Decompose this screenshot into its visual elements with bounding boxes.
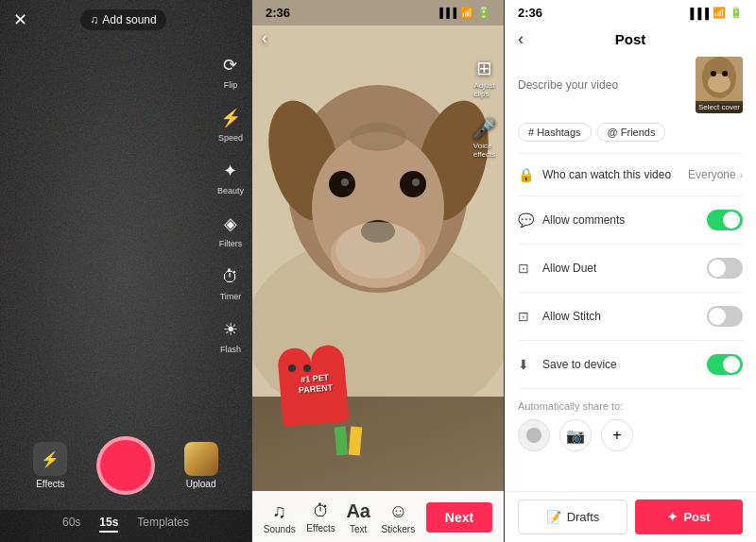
instagram-icon: 📷 [566, 427, 585, 445]
share-icons-row: 📷 + [518, 419, 743, 451]
battery-icon: 🔋 [477, 7, 490, 19]
upload-button[interactable]: Upload [184, 442, 218, 489]
allow-comments-label: Allow comments [542, 213, 625, 227]
next-button[interactable]: Next [426, 502, 492, 533]
preview-back-button[interactable]: ‹ [262, 28, 267, 48]
camera-header: ✕ ♫ Add sound [0, 0, 251, 40]
voice-effects-tool[interactable]: 🎤 Voiceeffects [472, 117, 496, 159]
post-wifi-icon: 📶 [713, 7, 726, 19]
voice-effects-label: Voiceeffects [473, 142, 495, 159]
friends-chip[interactable]: @ Friends [597, 123, 666, 142]
mode-60s[interactable]: 60s [62, 516, 80, 533]
post-battery-icon: 🔋 [730, 7, 743, 19]
stickers-tool[interactable]: ☺ Stickers [382, 500, 416, 534]
post-header: ‹ Post [505, 25, 756, 57]
post-status-bar: 2:36 ▐▐▐ 📶 🔋 [505, 0, 756, 25]
allow-stitch-left: ⊡ Allow Stitch [518, 309, 601, 324]
share-add-icon[interactable]: + [601, 419, 633, 451]
plus-icon: + [612, 427, 621, 444]
duet-icon: ⊡ [518, 261, 535, 276]
save-to-device-label: Save to device [542, 358, 617, 371]
effects-bottom-label: Effects [306, 523, 335, 534]
filters-label: Filters [219, 239, 243, 248]
preview-panel: 2:36 ▐▐▐ 📶 🔋 ‹ ⊞ Adjustclips 🎤 Voiceeffe… [252, 0, 505, 542]
beauty-icon: ✦ [217, 158, 244, 184]
divider-3 [518, 244, 743, 245]
allow-duet-toggle[interactable] [707, 258, 743, 279]
shutter-button[interactable] [96, 436, 155, 495]
camera-bottom: ⚡ Effects Upload 60s 15s Templates [0, 427, 251, 542]
effects-tool[interactable]: ⏱ Effects [306, 501, 335, 534]
filters-tool[interactable]: ◈ Filters [217, 211, 244, 248]
stickers-label: Stickers [382, 524, 416, 534]
everyone-label: Everyone [688, 168, 736, 181]
upload-icon [184, 442, 218, 476]
post-back-button[interactable]: ‹ [518, 29, 524, 49]
text-tool[interactable]: Aa Text [346, 500, 370, 534]
toggle-knob-stitch [709, 308, 726, 325]
save-to-device-toggle[interactable] [707, 354, 743, 375]
download-icon: ⬇ [518, 357, 535, 372]
divider-1 [518, 153, 743, 154]
divider-2 [518, 195, 743, 196]
flip-icon: ⟳ [217, 52, 244, 78]
allow-duet-row: ⊡ Allow Duet [518, 248, 743, 288]
effects-label: Effects [36, 479, 64, 489]
toggle-knob [723, 212, 740, 229]
hashtags-chip[interactable]: # Hashtags [518, 123, 592, 142]
post-button[interactable]: ✦ Post [635, 500, 743, 534]
adjust-clips-tool[interactable]: ⊞ Adjustclips [473, 57, 494, 98]
svg-point-11 [412, 178, 420, 186]
camera-controls: ⚡ Effects Upload [0, 427, 251, 510]
upload-label: Upload [186, 479, 216, 489]
post-title: Post [615, 31, 646, 47]
share-circle-icon[interactable] [518, 419, 550, 451]
describe-input[interactable] [518, 57, 688, 113]
toggle-knob-save [723, 356, 740, 373]
mode-15s[interactable]: 15s [99, 516, 118, 533]
allow-stitch-toggle[interactable] [707, 306, 743, 327]
dog-svg [252, 0, 505, 397]
sticker-overlay: #1 PET PARENT [281, 363, 366, 448]
comment-icon: 💬 [518, 212, 535, 228]
divider-6 [518, 388, 743, 389]
auto-share-label: Automatically share to: [518, 400, 743, 412]
allow-comments-toggle[interactable] [707, 210, 743, 230]
who-can-watch-value: Everyone › [688, 168, 743, 181]
who-can-watch-label: Who can watch this video [542, 168, 671, 181]
text-label: Text [350, 524, 367, 534]
add-sound-button[interactable]: ♫ Add sound [80, 9, 165, 30]
cover-image [696, 57, 743, 104]
share-instagram-icon[interactable]: 📷 [559, 419, 592, 451]
post-label: Post [683, 510, 710, 524]
flash-tool[interactable]: ☀ Flash [217, 316, 244, 354]
flip-tool[interactable]: ⟳ Flip [217, 52, 244, 90]
drafts-button[interactable]: 📝 Drafts [518, 500, 627, 534]
timer-label: Timer [220, 292, 242, 301]
speed-tool[interactable]: ⚡ Speed [217, 105, 244, 143]
wifi-icon: 📶 [460, 7, 473, 19]
speed-icon: ⚡ [217, 105, 244, 131]
allow-stitch-label: Allow Stitch [542, 310, 601, 323]
post-footer: 📝 Drafts ✦ Post [505, 491, 756, 542]
preview-bottom-bar: ♫ Sounds ⏱ Effects Aa Text ☺ Stickers Ne… [252, 491, 504, 542]
timer-tool[interactable]: ⏱ Timer [217, 263, 244, 301]
preview-status-bar: 2:36 ▐▐▐ 📶 🔋 [252, 0, 504, 25]
stitch-icon: ⊡ [518, 309, 535, 324]
who-can-watch-row[interactable]: 🔒 Who can watch this video Everyone › [518, 158, 743, 192]
signal-icon: ▐▐▐ [437, 8, 456, 18]
post-sparkle-icon: ✦ [667, 510, 678, 524]
sticker-text: #1 PET PARENT [284, 371, 347, 397]
tags-row: # Hashtags @ Friends [518, 123, 743, 142]
sounds-tool[interactable]: ♫ Sounds [264, 500, 296, 534]
mode-templates[interactable]: Templates [137, 516, 189, 533]
flip-label: Flip [224, 80, 238, 90]
effects-button[interactable]: ⚡ Effects [33, 442, 67, 489]
beauty-tool[interactable]: ✦ Beauty [217, 158, 244, 195]
effects-icon: ⚡ [33, 442, 67, 476]
allow-comments-row: 💬 Allow comments [518, 200, 743, 240]
post-status-time: 2:36 [518, 6, 542, 20]
camera-modes: 60s 15s Templates [0, 510, 251, 542]
cover-thumbnail[interactable]: Select cover [696, 57, 743, 113]
close-button[interactable]: ✕ [13, 9, 27, 30]
